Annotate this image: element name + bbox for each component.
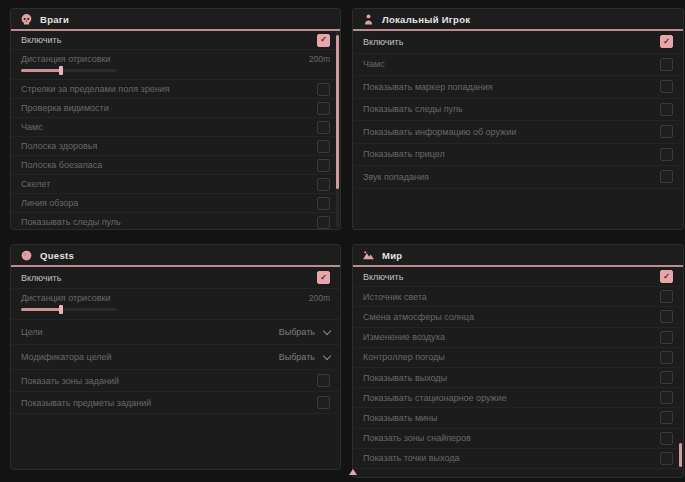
row-label: Проверка видимости [21,103,109,113]
row-label: Показать зоны заданий [21,376,119,386]
panel-header: Враги [11,9,340,31]
settings-list: Включить✓Дистанция отрисовки200mСтрелки … [11,31,340,230]
checkbox-unchecked[interactable] [317,396,330,409]
checkbox-unchecked[interactable] [317,216,330,229]
panel-header: Quests [11,245,340,267]
row-label: Включить [363,37,403,47]
slider-fill [21,308,61,311]
checkbox-unchecked[interactable] [660,452,673,465]
checkbox-unchecked[interactable] [660,290,673,303]
checkbox-unchecked[interactable] [660,310,673,323]
checkbox-unchecked[interactable] [660,371,673,384]
slider-value: 200m [309,293,330,303]
slider-row-header: Дистанция отрисовки200m [21,54,330,64]
settings-row: Чамс [353,54,683,77]
scrollbar-thumb[interactable] [336,35,339,189]
settings-row: Полоска боезапаса [11,156,340,175]
checkbox-unchecked[interactable] [317,159,330,172]
checkbox-checked[interactable]: ✓ [660,35,673,48]
scrollbar[interactable] [336,31,339,227]
row-label: Показывать предметы заданий [21,398,151,408]
chevron-down-icon [323,351,331,359]
panel-title: Quests [40,250,74,261]
settings-row: ЦелиВыбрать [11,320,340,345]
dropdown[interactable]: Выбрать [279,327,330,337]
checkbox-unchecked[interactable] [660,351,673,364]
settings-list: Включить✓Дистанция отрисовки200mЦелиВыбр… [11,267,340,414]
person-icon [362,13,375,26]
row-label: Линия обзора [21,198,78,208]
settings-row: Показывать следы пуль [353,99,683,122]
settings-row: Стрелки за пределами поля зрения [11,80,340,99]
settings-row: Чамс [11,118,340,137]
settings-row: Проверка видимости [11,99,340,118]
checkbox-unchecked[interactable] [660,170,673,183]
checkbox-unchecked[interactable] [660,391,673,404]
checkbox-unchecked[interactable] [660,125,673,138]
settings-row: Источник света [353,287,683,307]
checkbox-unchecked[interactable] [317,102,330,115]
mountains-icon [362,249,375,262]
checkbox-unchecked[interactable] [660,411,673,424]
settings-row: Модификатора целейВыбрать [11,345,340,370]
checkbox-unchecked[interactable] [317,140,330,153]
checkbox-unchecked[interactable] [660,432,673,445]
checkbox-unchecked[interactable] [660,148,673,161]
checkbox-checked[interactable]: ✓ [660,270,673,283]
row-label: Показывать маркер попадания [363,82,493,92]
slider-row-header: Дистанция отрисовки200m [21,293,330,303]
resize-handle-icon[interactable] [349,469,357,475]
settings-row: Показать зоны заданий [11,370,340,392]
row-label: Дистанция отрисовки [21,54,111,64]
panel-header: Мир [353,245,683,267]
row-label: Показывать информацию об оружии [363,127,516,137]
row-label: Цели [21,327,43,337]
row-label: Изменение воздуха [363,332,445,342]
settings-row: Смена атмосферы солнца [353,307,683,327]
row-label: Показывать прицел [363,149,445,159]
checkbox-unchecked[interactable] [660,103,673,116]
checkbox-unchecked[interactable] [660,80,673,93]
dropdown-value: Выбрать [279,352,315,362]
checkbox-unchecked[interactable] [317,197,330,210]
row-label: Показать точки выхода [363,453,459,463]
checkbox-unchecked[interactable] [660,58,673,71]
row-label: Показать зоны снайперов [363,433,471,443]
checkbox-checked[interactable]: ✓ [317,34,330,47]
row-label: Полоска боезапаса [21,160,102,170]
settings-row: Изменение воздуха [353,328,683,348]
settings-row: Звук попадания [353,166,683,189]
slider-thumb[interactable] [59,66,63,75]
checkbox-unchecked[interactable] [317,178,330,191]
scrollbar-thumb[interactable] [679,443,682,467]
panel-header: Локальный Игрок [353,9,683,31]
slider-track[interactable] [21,308,117,311]
slider-thumb[interactable] [59,305,63,314]
scrollbar[interactable] [679,267,682,475]
settings-row: Контроллер погоды [353,348,683,368]
mod-menu: Враги Включить✓Дистанция отрисовки200mСт… [0,0,685,482]
row-label: Скелет [21,179,50,189]
row-label: Смена атмосферы солнца [363,312,474,322]
panel-title: Мир [382,250,402,261]
settings-list: Включить✓ЧамсПоказывать маркер попадания… [353,31,683,189]
dropdown-value: Выбрать [279,327,315,337]
checkbox-checked[interactable]: ✓ [317,271,330,284]
row-label: Включить [21,35,61,45]
row-label: Включить [21,273,61,283]
checkbox-unchecked[interactable] [317,83,330,96]
settings-row: Полоска здоровья [11,137,340,156]
circle-icon [20,249,33,262]
settings-row: Включить✓ [353,31,683,54]
checkbox-unchecked[interactable] [317,374,330,387]
row-label: Показывать стационарное оружие [363,393,507,403]
checkbox-unchecked[interactable] [660,331,673,344]
settings-row: Показывать предметы заданий [11,392,340,414]
row-label: Показывать следы пуль [21,217,121,227]
checkbox-unchecked[interactable] [317,121,330,134]
settings-row: Показывать выходы [353,368,683,388]
slider-track[interactable] [21,69,117,72]
row-label: Включить [363,272,403,282]
row-label: Полоска здоровья [21,141,97,151]
dropdown[interactable]: Выбрать [279,352,330,362]
